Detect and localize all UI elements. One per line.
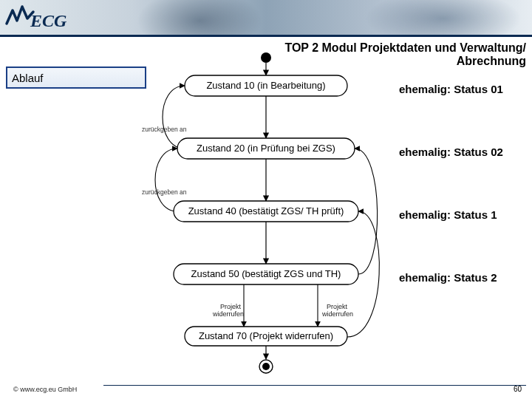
section-label-text: Ablauf bbox=[12, 72, 44, 84]
label-revoke-right-1: Projekt bbox=[327, 303, 348, 310]
status-label-01: ehemalig: Status 01 bbox=[399, 83, 525, 95]
footer-page-number: 60 bbox=[514, 385, 522, 393]
state-20-text: Zustand 20 (in Prüfung bei ZGS) bbox=[197, 143, 335, 154]
state-70-text: Zustand 70 (Projekt widerrufen) bbox=[199, 330, 333, 341]
title-line-2: Abrechnung bbox=[457, 55, 526, 67]
status-label-1: ehemalig: Status 1 bbox=[399, 208, 525, 221]
status-label-02: ehemalig: Status 02 bbox=[399, 146, 525, 158]
state-50-text: Zustand 50 (bestätigt ZGS und TH) bbox=[191, 268, 341, 279]
banner-hairline bbox=[0, 35, 532, 37]
footer-copyright: © www.ecg.eu GmbH bbox=[13, 386, 77, 393]
status-label-2: ehemalig: Status 2 bbox=[399, 271, 525, 284]
svg-point-1 bbox=[261, 52, 271, 63]
header-banner: ECG bbox=[0, 0, 532, 37]
section-label-ablauf: Ablauf bbox=[6, 66, 146, 89]
state-10-text: Zustand 10 (in Bearbeitung) bbox=[206, 80, 325, 91]
svg-point-15 bbox=[262, 363, 270, 370]
label-revoke-right-2: widerrufen bbox=[321, 310, 353, 318]
ecg-logo-svg: ECG bbox=[4, 2, 86, 35]
svg-text:ECG: ECG bbox=[30, 11, 67, 30]
label-revoke-left-1: Projekt bbox=[220, 303, 242, 310]
state-40-text: Zustand 40 (bestätigt ZGS/ TH prüft) bbox=[188, 205, 344, 216]
state-diagram: Zustand 10 (in Bearbeitung) Zustand 20 (… bbox=[133, 50, 399, 375]
footer-divider bbox=[103, 385, 526, 386]
label-revoke-left-2: widerrufen bbox=[212, 310, 244, 318]
brand-logo: ECG bbox=[4, 0, 93, 37]
